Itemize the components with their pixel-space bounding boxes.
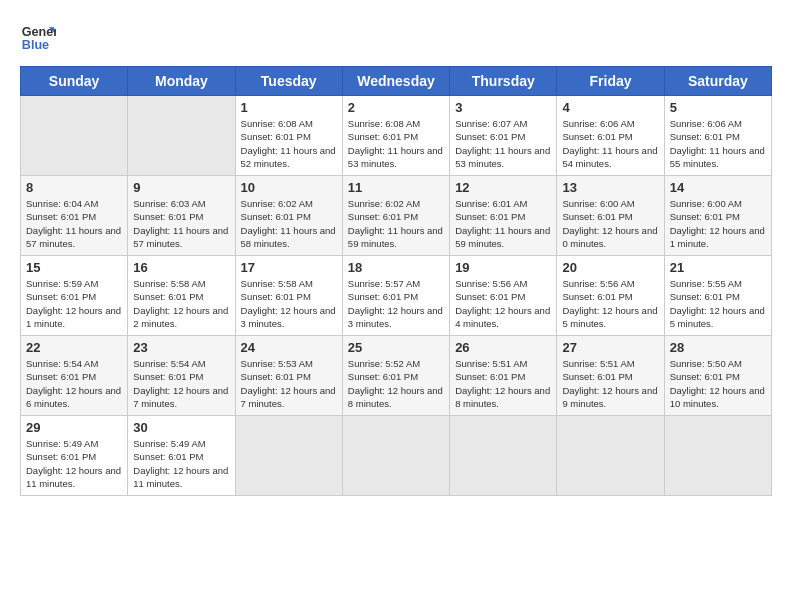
day-number: 11 [348, 180, 444, 195]
logo-icon: General Blue [20, 20, 56, 56]
calendar-cell: 23Sunrise: 5:54 AMSunset: 6:01 PMDayligh… [128, 336, 235, 416]
day-info: Sunrise: 5:57 AMSunset: 6:01 PMDaylight:… [348, 277, 444, 330]
calendar-cell: 20Sunrise: 5:56 AMSunset: 6:01 PMDayligh… [557, 256, 664, 336]
calendar-cell: 24Sunrise: 5:53 AMSunset: 6:01 PMDayligh… [235, 336, 342, 416]
day-info: Sunrise: 6:01 AMSunset: 6:01 PMDaylight:… [455, 197, 551, 250]
day-info: Sunrise: 5:59 AMSunset: 6:01 PMDaylight:… [26, 277, 122, 330]
day-info: Sunrise: 5:58 AMSunset: 6:01 PMDaylight:… [241, 277, 337, 330]
calendar-cell: 3Sunrise: 6:07 AMSunset: 6:01 PMDaylight… [450, 96, 557, 176]
calendar-cell: 2Sunrise: 6:08 AMSunset: 6:01 PMDaylight… [342, 96, 449, 176]
day-info: Sunrise: 6:07 AMSunset: 6:01 PMDaylight:… [455, 117, 551, 170]
day-info: Sunrise: 5:58 AMSunset: 6:01 PMDaylight:… [133, 277, 229, 330]
day-number: 14 [670, 180, 766, 195]
logo: General Blue [20, 20, 64, 56]
day-info: Sunrise: 5:56 AMSunset: 6:01 PMDaylight:… [455, 277, 551, 330]
calendar-cell [664, 416, 771, 496]
day-number: 10 [241, 180, 337, 195]
day-info: Sunrise: 5:49 AMSunset: 6:01 PMDaylight:… [133, 437, 229, 490]
day-number: 13 [562, 180, 658, 195]
calendar-cell: 4Sunrise: 6:06 AMSunset: 6:01 PMDaylight… [557, 96, 664, 176]
day-info: Sunrise: 6:03 AMSunset: 6:01 PMDaylight:… [133, 197, 229, 250]
calendar-cell: 29Sunrise: 5:49 AMSunset: 6:01 PMDayligh… [21, 416, 128, 496]
day-number: 5 [670, 100, 766, 115]
day-number: 30 [133, 420, 229, 435]
calendar-cell: 12Sunrise: 6:01 AMSunset: 6:01 PMDayligh… [450, 176, 557, 256]
day-number: 9 [133, 180, 229, 195]
col-header-sunday: Sunday [21, 67, 128, 96]
day-number: 24 [241, 340, 337, 355]
day-info: Sunrise: 5:55 AMSunset: 6:01 PMDaylight:… [670, 277, 766, 330]
col-header-tuesday: Tuesday [235, 67, 342, 96]
calendar-cell: 5Sunrise: 6:06 AMSunset: 6:01 PMDaylight… [664, 96, 771, 176]
day-number: 19 [455, 260, 551, 275]
day-info: Sunrise: 5:53 AMSunset: 6:01 PMDaylight:… [241, 357, 337, 410]
calendar-cell: 16Sunrise: 5:58 AMSunset: 6:01 PMDayligh… [128, 256, 235, 336]
calendar-table: SundayMondayTuesdayWednesdayThursdayFrid… [20, 66, 772, 496]
calendar-cell: 9Sunrise: 6:03 AMSunset: 6:01 PMDaylight… [128, 176, 235, 256]
calendar-cell: 28Sunrise: 5:50 AMSunset: 6:01 PMDayligh… [664, 336, 771, 416]
calendar-cell [342, 416, 449, 496]
day-number: 12 [455, 180, 551, 195]
calendar-cell: 30Sunrise: 5:49 AMSunset: 6:01 PMDayligh… [128, 416, 235, 496]
calendar-cell: 22Sunrise: 5:54 AMSunset: 6:01 PMDayligh… [21, 336, 128, 416]
calendar-cell: 14Sunrise: 6:00 AMSunset: 6:01 PMDayligh… [664, 176, 771, 256]
col-header-monday: Monday [128, 67, 235, 96]
calendar-cell: 19Sunrise: 5:56 AMSunset: 6:01 PMDayligh… [450, 256, 557, 336]
day-info: Sunrise: 5:51 AMSunset: 6:01 PMDaylight:… [562, 357, 658, 410]
calendar-cell: 11Sunrise: 6:02 AMSunset: 6:01 PMDayligh… [342, 176, 449, 256]
col-header-saturday: Saturday [664, 67, 771, 96]
day-info: Sunrise: 5:54 AMSunset: 6:01 PMDaylight:… [133, 357, 229, 410]
calendar-cell: 26Sunrise: 5:51 AMSunset: 6:01 PMDayligh… [450, 336, 557, 416]
calendar-cell: 1Sunrise: 6:08 AMSunset: 6:01 PMDaylight… [235, 96, 342, 176]
col-header-wednesday: Wednesday [342, 67, 449, 96]
day-info: Sunrise: 5:52 AMSunset: 6:01 PMDaylight:… [348, 357, 444, 410]
day-number: 1 [241, 100, 337, 115]
calendar-cell: 21Sunrise: 5:55 AMSunset: 6:01 PMDayligh… [664, 256, 771, 336]
day-info: Sunrise: 6:00 AMSunset: 6:01 PMDaylight:… [562, 197, 658, 250]
day-number: 22 [26, 340, 122, 355]
calendar-cell: 15Sunrise: 5:59 AMSunset: 6:01 PMDayligh… [21, 256, 128, 336]
day-info: Sunrise: 5:54 AMSunset: 6:01 PMDaylight:… [26, 357, 122, 410]
day-number: 29 [26, 420, 122, 435]
day-number: 8 [26, 180, 122, 195]
day-number: 23 [133, 340, 229, 355]
day-number: 26 [455, 340, 551, 355]
day-info: Sunrise: 6:00 AMSunset: 6:01 PMDaylight:… [670, 197, 766, 250]
day-info: Sunrise: 6:06 AMSunset: 6:01 PMDaylight:… [670, 117, 766, 170]
calendar-cell: 13Sunrise: 6:00 AMSunset: 6:01 PMDayligh… [557, 176, 664, 256]
day-number: 2 [348, 100, 444, 115]
day-info: Sunrise: 6:08 AMSunset: 6:01 PMDaylight:… [241, 117, 337, 170]
day-number: 15 [26, 260, 122, 275]
svg-text:Blue: Blue [22, 38, 49, 52]
col-header-thursday: Thursday [450, 67, 557, 96]
day-info: Sunrise: 5:50 AMSunset: 6:01 PMDaylight:… [670, 357, 766, 410]
calendar-cell: 25Sunrise: 5:52 AMSunset: 6:01 PMDayligh… [342, 336, 449, 416]
day-info: Sunrise: 6:02 AMSunset: 6:01 PMDaylight:… [348, 197, 444, 250]
day-number: 28 [670, 340, 766, 355]
calendar-cell [235, 416, 342, 496]
day-info: Sunrise: 5:51 AMSunset: 6:01 PMDaylight:… [455, 357, 551, 410]
day-info: Sunrise: 5:49 AMSunset: 6:01 PMDaylight:… [26, 437, 122, 490]
calendar-cell: 27Sunrise: 5:51 AMSunset: 6:01 PMDayligh… [557, 336, 664, 416]
day-number: 3 [455, 100, 551, 115]
calendar-cell: 17Sunrise: 5:58 AMSunset: 6:01 PMDayligh… [235, 256, 342, 336]
day-number: 27 [562, 340, 658, 355]
day-number: 18 [348, 260, 444, 275]
col-header-friday: Friday [557, 67, 664, 96]
day-info: Sunrise: 6:02 AMSunset: 6:01 PMDaylight:… [241, 197, 337, 250]
day-info: Sunrise: 6:08 AMSunset: 6:01 PMDaylight:… [348, 117, 444, 170]
day-number: 25 [348, 340, 444, 355]
calendar-cell [450, 416, 557, 496]
day-number: 21 [670, 260, 766, 275]
calendar-cell [128, 96, 235, 176]
calendar-cell [557, 416, 664, 496]
calendar-cell [21, 96, 128, 176]
day-number: 4 [562, 100, 658, 115]
day-info: Sunrise: 5:56 AMSunset: 6:01 PMDaylight:… [562, 277, 658, 330]
day-info: Sunrise: 6:04 AMSunset: 6:01 PMDaylight:… [26, 197, 122, 250]
calendar-cell: 10Sunrise: 6:02 AMSunset: 6:01 PMDayligh… [235, 176, 342, 256]
day-info: Sunrise: 6:06 AMSunset: 6:01 PMDaylight:… [562, 117, 658, 170]
calendar-cell: 18Sunrise: 5:57 AMSunset: 6:01 PMDayligh… [342, 256, 449, 336]
day-number: 17 [241, 260, 337, 275]
day-number: 20 [562, 260, 658, 275]
